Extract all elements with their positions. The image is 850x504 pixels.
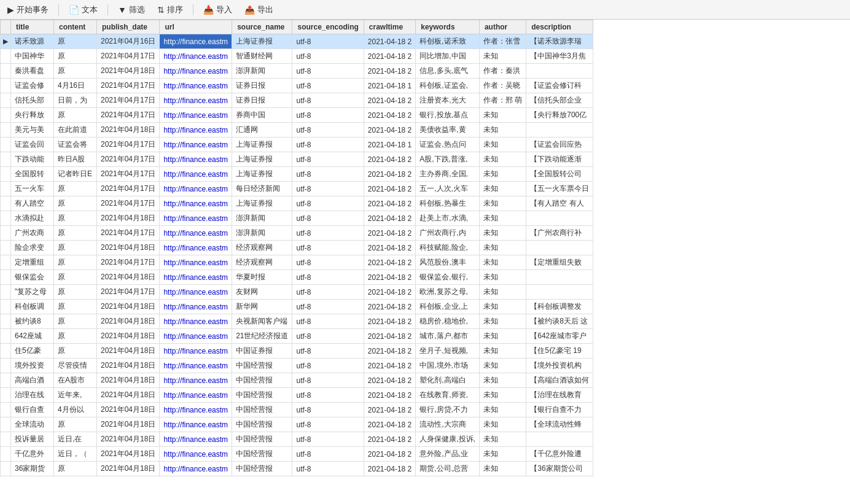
table-row[interactable]: 中国神华原2021年04月17日http://finance.eastm智通财经…: [1, 49, 593, 64]
table-row[interactable]: 境外投资尽管疫情2021年04月18日http://finance.eastm中…: [1, 359, 593, 373]
cell-title: 下跌动能: [11, 152, 54, 167]
toolbar-export[interactable]: 📤 导出: [242, 3, 276, 17]
row-indicator: [1, 329, 11, 344]
table-row[interactable]: 住5亿豪原2021年04月18日http://finance.eastm中国证券…: [1, 344, 593, 359]
table-row[interactable]: 下跌动能昨日A股2021年04月17日http://finance.eastm上…: [1, 152, 593, 167]
table-row[interactable]: 全球流动原2021年04月18日http://finance.eastm中国经营…: [1, 417, 593, 432]
table-row[interactable]: 全国股转记者昨日E2021年04月17日http://finance.eastm…: [1, 167, 593, 182]
table-row[interactable]: 治理在线近年来,2021年04月18日http://finance.eastm中…: [1, 388, 593, 403]
col-url[interactable]: url: [160, 20, 232, 34]
table-row[interactable]: 水滴拟赴原2021年04月18日http://finance.eastm澎湃新闻…: [1, 211, 593, 226]
col-content[interactable]: content: [54, 20, 97, 34]
toolbar-import[interactable]: 📥 导入: [201, 3, 235, 17]
col-source-name[interactable]: source_name: [232, 20, 292, 34]
table-row[interactable]: 银保监会原2021年04月18日http://finance.eastm华夏时报…: [1, 270, 593, 285]
row-indicator: [1, 241, 11, 255]
table-row[interactable]: 五一火车原2021年04月17日http://finance.eastm每日经济…: [1, 182, 593, 196]
table-row[interactable]: 银行自查4月份以2021年04月18日http://finance.eastm中…: [1, 403, 593, 417]
cell-title: 五一火车: [11, 182, 54, 196]
cell-keywords: 银保监会,银行,: [416, 270, 480, 285]
data-table-container[interactable]: title content publish_date url source_na…: [0, 20, 850, 504]
cell-title: 36家期货: [11, 462, 54, 476]
cell-title: 定增重组: [11, 255, 54, 270]
table-row[interactable]: 36家期货原2021年04月18日http://finance.eastm中国经…: [1, 462, 593, 476]
cell-source_name: 中国经营报: [232, 462, 292, 476]
cell-description: 【千亿意外险遭: [526, 447, 593, 462]
col-publish-date[interactable]: publish_date: [97, 20, 160, 34]
table-row[interactable]: 定增重组原2021年04月17日http://finance.eastm经济观察…: [1, 255, 593, 270]
cell-author: 未知: [479, 388, 526, 403]
cell-author: 未知: [479, 49, 526, 64]
table-row[interactable]: 高端白酒在A股市2021年04月18日http://finance.eastm中…: [1, 373, 593, 388]
cell-source_name: 21世纪经济报道: [232, 329, 292, 344]
table-row[interactable]: 证监会回证监会将2021年04月17日http://finance.eastm上…: [1, 138, 593, 152]
cell-publish_date: 2021年04月18日: [97, 403, 160, 417]
cell-source_encoding: utf-8: [292, 167, 364, 182]
cell-keywords: 广州农商行,内: [416, 226, 480, 241]
toolbar-text[interactable]: 📄 文本: [66, 3, 100, 17]
cell-source_name: 澎湃新闻: [232, 211, 292, 226]
cell-author: 未知: [479, 314, 526, 329]
col-keywords[interactable]: keywords: [416, 20, 480, 34]
cell-crawltime: 2021-04-18 2: [364, 152, 415, 167]
table-row[interactable]: 有人踏空原2021年04月17日http://finance.eastm上海证券…: [1, 196, 593, 211]
table-row[interactable]: 642座城原2021年04月18日http://finance.eastm21世…: [1, 329, 593, 344]
table-row[interactable]: 信托头部日前，为2021年04月17日http://finance.eastm证…: [1, 93, 593, 108]
cell-source_name: 中国经营报: [232, 432, 292, 447]
cell-content: 尽管疫情: [54, 359, 97, 373]
cell-crawltime: 2021-04-18 1: [364, 138, 415, 152]
row-indicator: [1, 255, 11, 270]
cell-description: 【住5亿豪宅 19: [526, 344, 593, 359]
toolbar-filter[interactable]: ▼ 筛选: [115, 3, 147, 17]
row-indicator: [1, 123, 11, 138]
col-author[interactable]: author: [479, 20, 526, 34]
col-description[interactable]: description: [526, 20, 593, 34]
row-indicator: [1, 344, 11, 359]
toolbar-separator-2: [107, 4, 108, 15]
cell-source_name: 经济观察网: [232, 255, 292, 270]
table-row[interactable]: 证监会修4月16日2021年04月17日http://finance.eastm…: [1, 79, 593, 93]
col-crawltime[interactable]: crawltime: [364, 20, 415, 34]
cell-content: 原: [54, 285, 97, 300]
cell-description: 【下跌动能逐渐: [526, 152, 593, 167]
cell-description: 【广州农商行补: [526, 226, 593, 241]
col-source-encoding[interactable]: source_encoding: [292, 20, 364, 34]
cell-publish_date: 2021年04月17日: [97, 226, 160, 241]
cell-source_name: 中国经营报: [232, 417, 292, 432]
cell-url: http://finance.eastm: [160, 34, 232, 49]
cell-url: http://finance.eastm: [160, 270, 232, 285]
cell-content: 原: [54, 417, 97, 432]
cell-description: 【信托头部企业: [526, 93, 593, 108]
cell-publish_date: 2021年04月17日: [97, 196, 160, 211]
cell-title: "复苏之母: [11, 285, 54, 300]
cell-url: http://finance.eastm: [160, 182, 232, 196]
toolbar-start-transaction[interactable]: ▶ 开始事务: [5, 3, 51, 17]
cell-keywords: 注册资本,光大: [416, 93, 480, 108]
table-row[interactable]: 科创板调原2021年04月18日http://finance.eastm新华网u…: [1, 300, 593, 314]
table-row[interactable]: 央行释放原2021年04月17日http://finance.eastm券商中国…: [1, 108, 593, 123]
table-row[interactable]: 美元与美在此前道2021年04月18日http://finance.eastm汇…: [1, 123, 593, 138]
table-row[interactable]: 千亿意外近日，（2021年04月18日http://finance.eastm中…: [1, 447, 593, 462]
toolbar-sort[interactable]: ⇅ 排序: [155, 3, 185, 17]
cell-crawltime: 2021-04-18 2: [364, 373, 415, 388]
table-row[interactable]: 投诉量居近日,在2021年04月18日http://finance.eastm中…: [1, 432, 593, 447]
row-indicator: [1, 108, 11, 123]
table-row[interactable]: 险企求变原2021年04月18日http://finance.eastm经济观察…: [1, 241, 593, 255]
col-title[interactable]: title: [11, 20, 54, 34]
table-row[interactable]: ▶诺禾致源原2021年04月16日http://finance.eastm上海证…: [1, 34, 593, 49]
table-row[interactable]: "复苏之母原2021年04月17日http://finance.eastm友财网…: [1, 285, 593, 300]
cell-source_encoding: utf-8: [292, 34, 364, 49]
cell-publish_date: 2021年04月17日: [97, 182, 160, 196]
cell-author: 未知: [479, 138, 526, 152]
cell-author: 未知: [479, 447, 526, 462]
cell-title: 全国股转: [11, 167, 54, 182]
cell-crawltime: 2021-04-18 2: [364, 241, 415, 255]
toolbar-text-label: 文本: [82, 4, 98, 15]
table-row[interactable]: 广州农商原2021年04月17日http://finance.eastm澎湃新闻…: [1, 226, 593, 241]
cell-keywords: 稳房价,稳地价,: [416, 314, 480, 329]
table-row[interactable]: 被约谈8原2021年04月18日http://finance.eastm央视新闻…: [1, 314, 593, 329]
row-indicator: [1, 79, 11, 93]
table-row[interactable]: 秦洪看盘原2021年04月18日http://finance.eastm澎湃新闻…: [1, 64, 593, 79]
cell-source_encoding: utf-8: [292, 211, 364, 226]
cell-crawltime: 2021-04-18 2: [364, 300, 415, 314]
